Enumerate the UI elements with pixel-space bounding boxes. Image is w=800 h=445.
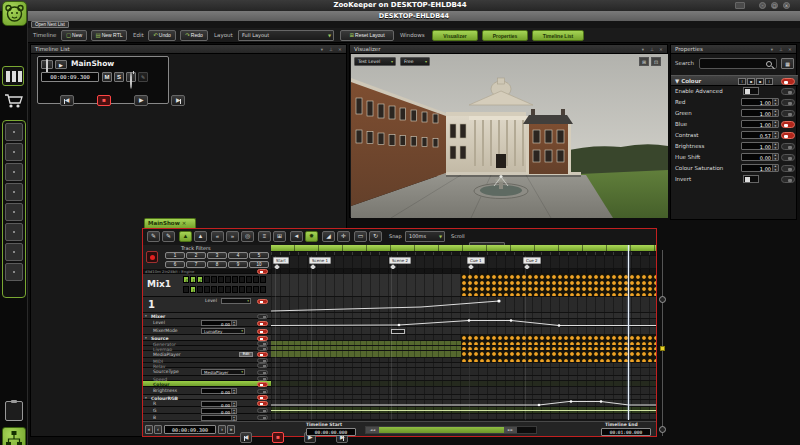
colour-saturation-field[interactable]: 1.00 <box>741 164 779 172</box>
tool-edit-keyframe[interactable]: ✎ <box>147 231 160 242</box>
delete-timeline-button[interactable] <box>41 60 53 69</box>
level-toggle[interactable] <box>257 321 268 326</box>
windows-visualizer-button[interactable]: Visualizer <box>432 30 478 41</box>
lane-r[interactable] <box>271 400 656 407</box>
field-brightness[interactable]: Brightness0.00 <box>143 387 271 395</box>
tool-loop[interactable]: ↻ <box>369 231 382 242</box>
minimize-button[interactable]: – <box>759 2 766 9</box>
tool-levels[interactable]: ◢ <box>322 231 335 242</box>
tray-icon[interactable] <box>735 2 745 9</box>
lane-brightness[interactable] <box>271 387 656 395</box>
tl-brightness-toggle[interactable] <box>257 389 268 394</box>
clipboard-icon[interactable] <box>5 401 23 421</box>
spinner[interactable] <box>772 154 778 160</box>
cell[interactable] <box>260 276 266 283</box>
quick-slot[interactable] <box>5 163 23 181</box>
new-rtl-button[interactable]: ▤New RTL <box>91 30 127 41</box>
lane-sourcetype[interactable] <box>271 368 656 376</box>
field-level[interactable]: Level0.00 <box>143 319 271 327</box>
timeline-timecode[interactable]: 00:00:09.300 <box>41 72 99 82</box>
red-field[interactable]: 1.00 <box>741 98 779 106</box>
colour-section-toggle[interactable] <box>257 382 268 387</box>
keyframe-mode-icon[interactable]: Ⅰ <box>765 78 773 85</box>
invert-toggle[interactable] <box>781 176 795 183</box>
blue-field[interactable]: 1.00 <box>741 120 779 128</box>
cell[interactable]: 2 <box>197 276 203 283</box>
cell[interactable] <box>197 286 203 293</box>
panel-pin-icon[interactable]: ⊥ <box>777 46 785 53</box>
network-tree-button[interactable] <box>2 427 26 445</box>
snap-select[interactable]: 100ms <box>405 231 445 242</box>
layer-toggle[interactable] <box>257 299 268 304</box>
camera-select[interactable]: Test Level <box>354 57 396 66</box>
contrast-field[interactable]: 0.57 <box>741 131 779 139</box>
cell[interactable] <box>253 276 259 283</box>
solo-button[interactable]: S <box>114 72 124 82</box>
panel-close-icon[interactable]: × <box>657 46 665 53</box>
b-toggle[interactable] <box>257 415 268 420</box>
field-mixermode[interactable]: MixerModeLumaKey <box>143 327 271 335</box>
field-sourcetype[interactable]: SourceTypeMediaPlayer <box>143 368 271 376</box>
keyframe-mode-icon[interactable]: ▪ <box>747 78 755 85</box>
layer-level-select[interactable] <box>221 298 251 304</box>
lane-level[interactable] <box>271 319 656 327</box>
spinner[interactable] <box>772 110 778 116</box>
windows-timeline-list-button[interactable]: Timeline List <box>532 30 584 41</box>
quick-slot[interactable] <box>5 123 23 141</box>
lane-g[interactable] <box>271 407 656 414</box>
zookeeper-logo[interactable] <box>2 1 27 26</box>
field-b[interactable]: B <box>143 414 271 421</box>
step-end-button[interactable]: » <box>227 425 235 434</box>
tool-nudge-left[interactable]: « <box>211 231 224 242</box>
tool-rows[interactable]: ≡ <box>258 231 271 242</box>
filter-3[interactable]: 3 <box>207 252 227 259</box>
layout-select[interactable]: Full Layout <box>238 30 334 41</box>
filter-8[interactable]: 8 <box>207 261 227 268</box>
green-toggle[interactable] <box>781 110 795 117</box>
go-next-button[interactable]: ▶ <box>171 95 185 106</box>
grid-view-icon[interactable]: ⊞ <box>639 57 649 66</box>
r-toggle[interactable] <box>257 401 268 406</box>
scroll-right-arrow[interactable]: ►► <box>504 427 517 433</box>
step-forward-button[interactable]: › <box>218 425 226 434</box>
filter-10[interactable]: 10 <box>249 261 269 268</box>
layout-columns-button[interactable] <box>2 66 24 86</box>
cell[interactable] <box>246 276 252 283</box>
lane-mediaplayer[interactable] <box>271 351 656 358</box>
lane-layer1[interactable] <box>271 297 656 313</box>
power-button[interactable] <box>126 72 136 82</box>
timeline-scrollbar[interactable]: ◄◄ ►► <box>365 426 537 434</box>
spinner[interactable] <box>772 143 778 149</box>
g-toggle[interactable] <box>257 408 268 413</box>
keyframe-mode-icon[interactable]: ▪ <box>756 78 764 85</box>
quick-slot[interactable] <box>5 203 23 221</box>
field-mediaplayer[interactable]: MediaPlayerEdit <box>143 351 271 358</box>
tool-nudge-right[interactable]: » <box>226 231 239 242</box>
enable-advanced-toggle[interactable] <box>781 88 795 95</box>
open-next-list-button[interactable]: Open Next List <box>31 21 69 28</box>
search-input[interactable] <box>699 58 777 69</box>
open-timeline-button[interactable]: ▶ <box>55 60 67 69</box>
cell[interactable] <box>232 286 238 293</box>
source-toggle[interactable] <box>257 336 268 341</box>
go-prev-button[interactable]: ◀ <box>60 95 74 106</box>
contrast-toggle[interactable] <box>781 132 795 139</box>
filter-7[interactable]: 7 <box>186 261 206 268</box>
brightness-field[interactable]: 0.00 <box>201 388 237 394</box>
tool-multi-edit[interactable]: ✎ <box>162 231 175 242</box>
spinner[interactable] <box>772 121 778 127</box>
visualizer-header[interactable]: Visualizer ▾ ⊥ × <box>350 45 667 54</box>
undo-button[interactable]: ↶Undo <box>148 30 176 41</box>
cue-row[interactable]: Start Scene 1 Scene 2 Cue 1 Cue 2 <box>271 256 656 269</box>
cell[interactable] <box>204 286 210 293</box>
tab-close-icon[interactable]: × <box>182 220 187 226</box>
cell[interactable] <box>225 286 231 293</box>
shopping-trolley-icon[interactable] <box>4 93 24 109</box>
scroll-left-arrow[interactable]: ◄◄ <box>366 427 379 433</box>
timeline-end-field[interactable]: 00:01:00.000 <box>601 428 651 436</box>
panel-menu-icon[interactable]: ▾ <box>768 46 776 53</box>
timeline-zoom-slider[interactable] <box>659 250 667 436</box>
cell[interactable] <box>246 286 252 293</box>
enable-advanced-checkbox[interactable] <box>743 87 759 95</box>
cell[interactable] <box>204 276 210 283</box>
